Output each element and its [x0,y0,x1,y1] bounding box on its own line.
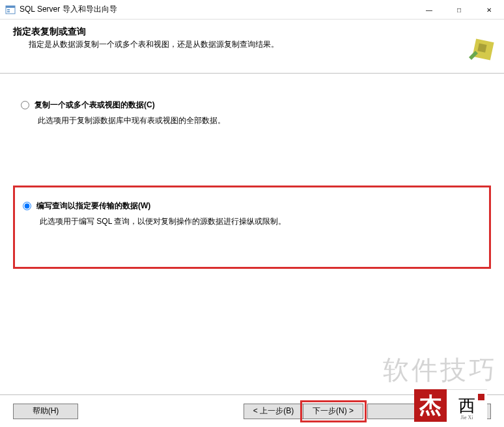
cancel-button[interactable] [431,404,491,419]
svg-rect-1 [6,6,15,8]
radio-write-query[interactable] [23,202,31,210]
option-write-query[interactable]: 编写查询以指定要传输的数据(W) 此选项用于编写 SQL 查询，以便对复制操作的… [13,186,491,269]
window-controls: — □ ✕ [414,0,504,19]
radio-copy-desc: 此选项用于复制源数据库中现有表或视图的全部数据。 [21,115,483,127]
minimize-button[interactable]: — [414,0,444,20]
wizard-footer: 帮助(H) < 上一步(B) 下一步(N) > [0,394,504,427]
page-title: 指定表复制或查询 [13,26,466,38]
svg-rect-3 [7,11,10,12]
maximize-button[interactable]: □ [444,0,474,20]
help-button[interactable]: 帮助(H) [13,404,78,419]
finish-button[interactable] [367,404,427,419]
page-subtitle: 指定是从数据源复制一个或多个表和视图，还是从数据源复制查询结果。 [13,39,466,50]
watermark-text: 软件技巧 [383,352,497,388]
wizard-header: 指定表复制或查询 指定是从数据源复制一个或多个表和视图，还是从数据源复制查询结果… [0,20,504,74]
wizard-icon [466,33,497,64]
app-icon [5,5,16,15]
radio-query-desc: 此选项用于编写 SQL 查询，以便对复制操作的源数据进行操纵或限制。 [23,215,481,228]
header-text: 指定表复制或查询 指定是从数据源复制一个或多个表和视图，还是从数据源复制查询结果… [13,26,466,50]
svg-rect-2 [7,9,10,10]
titlebar: SQL Server 导入和导出向导 — □ ✕ [0,0,504,20]
option-copy-tables[interactable]: 复制一个或多个表或视图的数据(C) 此选项用于复制源数据库中现有表或视图的全部数… [13,93,491,133]
wizard-content: 复制一个或多个表或视图的数据(C) 此选项用于复制源数据库中现有表或视图的全部数… [0,74,504,282]
svg-rect-5 [477,44,486,53]
radio-copy-tables[interactable] [21,101,29,109]
radio-copy-label: 复制一个或多个表或视图的数据(C) [35,100,155,111]
window-title: SQL Server 导入和导出向导 [20,4,414,15]
nav-button-group: < 上一步(B) 下一步(N) > [244,404,363,419]
next-button[interactable]: 下一步(N) > [303,404,363,419]
back-button[interactable]: < 上一步(B) [244,404,303,419]
radio-query-label: 编写查询以指定要传输的数据(W) [36,200,150,212]
close-button[interactable]: ✕ [474,0,504,20]
